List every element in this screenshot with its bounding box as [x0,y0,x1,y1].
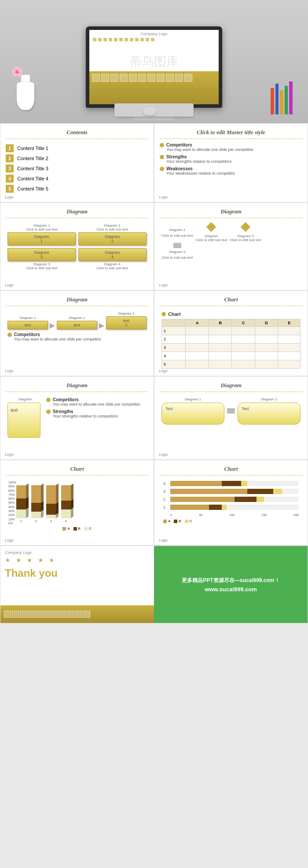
table-row: 1 [162,327,301,335]
d5-box1: Text [161,403,224,425]
hbar-row-1: 1 [163,505,299,510]
table-row: 3 [162,344,301,352]
arrow-2: ▶ [99,321,104,330]
hbar-row-4: 4 [163,481,299,486]
list-item: 2 Content Title 2 [6,154,148,162]
hbar-legend-b: B [174,519,181,523]
d3-l2: Diagram 2 [57,316,97,320]
content-title-2: Content Title 2 [17,156,48,161]
hbar-legend-c: C [185,519,192,523]
slide-logo-diag5: Logo [159,452,168,457]
screen-dots [89,36,219,43]
slide-logo-diag4: Logo [5,452,14,457]
table-row: 4 [162,352,301,360]
hbar-dot-a [163,520,167,523]
legend-label-c: C [89,527,92,531]
list-item: 4 Content Title 4 [6,175,148,183]
diag1-label2: Diagram 2 [78,223,147,227]
content-title-4: Content Title 4 [17,176,48,181]
ty-block [20,611,27,618]
ty-block [12,611,19,618]
table-row: 5 [162,360,301,369]
contents-title: Contents [6,129,148,136]
diag1-label3: Diagram 3 [7,262,76,266]
hbar-row-3: 3 [163,489,299,494]
hbar-seg-4c [241,481,248,486]
ty-block [28,611,35,618]
chart2-slide: Chart 100%90%80%70% 60%50%40%30% 20%10%0… [0,460,154,546]
diag2-main-label: Diagram 1 [169,228,185,232]
num-badge-2: 2 [6,154,14,162]
d4-b2-sub: Your strengths relative to competitors [53,414,147,418]
diag1-sub3: Click to edit sub text [7,266,76,270]
d3-bullet: Competitors You may want to allocate one… [7,332,147,341]
d3-bullet-sub: You may want to allocate one slide per c… [14,337,147,341]
d5-box1-text: Text [165,407,173,411]
d4-box-text: text [11,408,18,413]
content-title-1: Content Title 1 [17,146,48,151]
d4-bullet-1: Competitors You may want to allocate one… [46,397,147,407]
chart1-title: Chart [160,296,302,303]
ty-block [36,611,43,618]
bullet-label-1: Competitors [166,143,192,147]
hbar-seg-2b [235,497,257,502]
th-d: D [255,319,278,327]
slide-logo: Logo [5,195,14,199]
bar3d-xlabel-3: 3 [50,519,52,523]
hbar-legend: A B C [163,519,299,523]
d4-dot-1 [46,398,51,402]
slide-logo-master: Logo [159,195,168,199]
hbar-seg-1b [209,505,222,510]
hbar-seg-3a [170,489,247,494]
diagram3-slide: Diagram Diagram 1 text ▶ Diagram 2 text … [0,290,154,376]
diag2-hub-sub: Click to edit sub text [196,238,227,242]
promo-box: 更多精品PPT资源尽在—sucai999.com！ www.sucai999.c… [154,546,308,623]
th-c: C [232,319,255,327]
hbar-seg-1a [170,505,209,510]
bar3d-xlabel-2: 2 [35,519,37,523]
hbar-seg-4b [222,481,241,486]
chart3d-legend: A B C [7,527,147,531]
diag2-hub-label: Diagram [205,234,218,238]
slide-logo-diag1: Logo [5,283,14,287]
legend-label-a: A [67,527,70,531]
bar3d-4: 4 [61,485,71,523]
num-badge-3: 3 [6,165,14,172]
ty-block [4,611,11,618]
bar3d-3: 3 [46,485,56,523]
diag2-b2-label: Diagram 2 [169,250,185,254]
screen-logo: Company Logo [89,30,219,36]
th-empty [162,319,186,327]
ty-block [44,611,51,618]
d3-l3: Diagram 3 [106,311,147,315]
d5-box2-label: Diagram 2 [238,397,301,401]
ty-block [59,611,66,618]
d3-box1: text [7,321,48,330]
diag-box-4: Diagram4 [78,248,147,261]
d4-b1-sub: You may want to allocate one slide per c… [53,402,147,407]
th-a: A [186,319,209,327]
chart3d-inner: 100%90%80%70% 60%50%40%30% 20%10%0% 1 [7,481,147,525]
num-badge-5: 5 [6,185,14,193]
d3-box3: text2 [106,316,147,330]
content-title-3: Content Title 3 [17,166,48,171]
slide-logo-chart1: Logo [159,369,168,373]
hbar-track-4 [170,481,299,486]
diag2-b2-sub: Click to edit sub text [161,256,193,260]
bar3d-2: 2 [31,485,41,523]
th-e: E [278,319,301,327]
diag1-sub4: Click to edit sub text [78,266,147,270]
d4-box-label: Diagram [7,397,43,401]
chart3-slide: Chart 4 3 [154,460,308,546]
legend-dot-b [73,527,77,531]
bullet-dot-3 [160,167,164,171]
ty-logo: Company Logo [5,550,150,555]
diag2-b3-sub: Click to edit sub text [230,238,261,242]
d4-b2-label: Strengths [53,409,73,414]
promo-line1: 更多精品PPT资源尽在—sucai999.com！ [182,577,279,584]
hbar-chart: 4 3 2 [160,479,302,525]
bullet-strengths: Strengths Your strengths relative to com… [160,154,302,164]
bar3d-xlabel-4: 4 [65,519,67,523]
bullet-weaknesses: Weaknesses Your weaknesses relative to c… [160,166,302,176]
num-badge-1: 1 [6,144,14,152]
